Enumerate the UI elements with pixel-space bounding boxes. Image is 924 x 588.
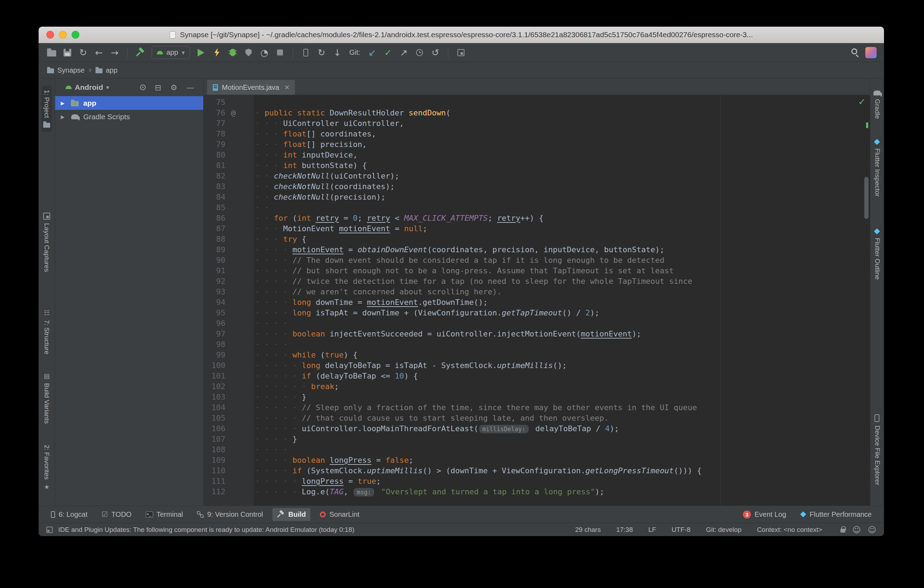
search-everywhere-icon[interactable] <box>848 46 862 59</box>
line-number[interactable]: 102 <box>204 381 225 392</box>
line-number[interactable]: 97 <box>204 329 225 339</box>
tree-item-gradle-scripts[interactable]: ▶Gradle Scripts <box>55 110 203 124</box>
breadcrumb-item-synapse[interactable]: Synapse <box>47 66 84 74</box>
status-message[interactable]: IDE and Plugin Updates: The following co… <box>58 526 355 534</box>
code-line[interactable]: · · for (int retry = 0; retry < MAX_CLIC… <box>255 213 870 224</box>
line-number[interactable]: 94 <box>204 297 225 308</box>
tool-button-project[interactable]: 1: Project <box>41 86 52 132</box>
build-hammer-icon[interactable] <box>134 46 147 59</box>
code-line[interactable]: · · · · · // that could cause us to star… <box>255 413 870 423</box>
line-number[interactable]: 101 <box>204 371 225 381</box>
tool-button-event-log[interactable]: 3Event Log <box>738 508 790 521</box>
git-push-icon[interactable]: ↗ <box>397 46 411 59</box>
tool-button-build-variants[interactable]: ▤Build Variants <box>41 368 52 428</box>
line-number[interactable]: 86 <box>204 213 225 224</box>
code-line[interactable]: · · · · · Log.e(TAG, msg: "Overslept and… <box>255 487 870 497</box>
git-rollback-icon[interactable]: ↺ <box>429 46 442 59</box>
run-configuration-select[interactable]: app▾ <box>152 46 190 59</box>
debug-icon[interactable] <box>226 46 239 59</box>
tool-button-build[interactable]: Build <box>272 508 310 521</box>
settings-gear-button[interactable]: ⚙ <box>170 83 177 92</box>
code-line[interactable]: · · · int inputDevice, <box>255 150 870 160</box>
code-line[interactable]: · · · · · long delayToBeTap = isTapAt - … <box>255 360 870 371</box>
tool-button-device-file-explorer[interactable]: Device File Explorer <box>872 410 883 489</box>
code-line[interactable]: · · · · // The down event should be cons… <box>255 255 870 265</box>
line-number[interactable]: 85 <box>204 203 225 213</box>
code-line[interactable]: · · · · <box>255 318 870 329</box>
line-number[interactable]: 107 <box>204 434 225 445</box>
line-number[interactable]: 89 <box>204 245 225 255</box>
breadcrumb-item-app[interactable]: app <box>96 66 117 74</box>
line-number[interactable]: 88 <box>204 234 225 245</box>
code-line[interactable]: · · · int buttonState) { <box>255 160 870 171</box>
code-line[interactable]: · · · · <box>255 339 870 350</box>
line-number[interactable]: 98 <box>204 339 225 350</box>
tool-button-gradle[interactable]: Gradle <box>872 86 883 123</box>
device-manager-icon[interactable] <box>299 46 312 59</box>
line-number[interactable]: 100 <box>204 360 225 371</box>
tool-button-sonarlint[interactable]: SonarLint <box>315 508 364 521</box>
status-context[interactable]: Context: <no context> <box>757 526 822 534</box>
sdk-manager-icon[interactable]: ↓ <box>331 46 344 59</box>
zoom-window-button[interactable] <box>72 31 79 39</box>
tool-button-flutter-performance[interactable]: Flutter Performance <box>795 508 876 521</box>
layout-inspector-icon[interactable] <box>454 46 468 59</box>
line-number[interactable]: 87 <box>204 224 225 234</box>
line-number[interactable]: 81 <box>204 160 225 171</box>
line-number[interactable]: 83 <box>204 181 225 192</box>
code-line[interactable]: · · · UiController uiController, <box>255 118 870 129</box>
code-line[interactable]: · · checkNotNull(coordinates); <box>255 181 870 192</box>
line-number[interactable]: 105 <box>204 413 225 423</box>
minimize-window-button[interactable] <box>59 31 67 39</box>
tool-button-version-control[interactable]: 9: Version Control <box>192 508 267 521</box>
git-history-icon[interactable] <box>413 46 426 59</box>
code-line[interactable]: · · · · long isTapAt = downTime + (ViewC… <box>255 308 870 318</box>
line-number[interactable]: 103 <box>204 392 225 402</box>
code-line[interactable]: · · · · } <box>255 434 870 445</box>
tool-button-flutter-outline[interactable]: Flutter Outline <box>872 224 883 284</box>
stop-icon[interactable] <box>274 46 287 59</box>
memory-indicator-icon[interactable]: ☺ <box>868 525 876 534</box>
code-line[interactable]: · · · float[] coordinates, <box>255 129 870 139</box>
code-area[interactable]: · public static DownResultHolder sendDow… <box>254 95 870 506</box>
line-number[interactable]: 109 <box>204 455 225 466</box>
tool-button-logcat[interactable]: 6: Logcat <box>46 508 92 521</box>
line-number[interactable]: 80 <box>204 150 225 160</box>
close-tab-icon[interactable]: × <box>284 83 289 92</box>
project-view-selector[interactable]: Android <box>75 83 103 92</box>
editor-body[interactable]: 7576@77787980818283848586878889909192939… <box>204 95 870 506</box>
line-number[interactable]: 96 <box>204 318 225 329</box>
run-icon[interactable] <box>195 46 208 59</box>
code-line[interactable]: · · · · if (SystemClock.uptimeMillis() >… <box>255 466 870 476</box>
code-line[interactable]: · · checkNotNull(uiController); <box>255 171 870 181</box>
code-line[interactable]: · · <box>255 203 870 213</box>
line-number[interactable]: 82 <box>204 171 225 181</box>
tool-button-structure[interactable]: ☷7: Structure <box>41 305 52 359</box>
code-line[interactable]: · · · · <box>255 445 870 455</box>
code-line[interactable]: · · · · // twice the detection time for … <box>255 276 870 287</box>
inspections-ok-icon[interactable]: ✓ <box>858 97 866 107</box>
line-number[interactable]: 92 <box>204 276 225 287</box>
code-line[interactable]: · · · · motionEvent = obtainDownEvent(co… <box>255 245 870 255</box>
code-line[interactable]: · · · · boolean longPress = false; <box>255 455 870 466</box>
code-line[interactable]: · · · · long downTime = motionEvent.getD… <box>255 297 870 308</box>
code-line[interactable]: · · · · · · break; <box>255 381 870 392</box>
close-window-button[interactable] <box>46 31 54 39</box>
locate-file-button[interactable] <box>140 84 146 90</box>
profile-avatar[interactable] <box>864 46 878 59</box>
line-number[interactable]: 93 <box>204 287 225 297</box>
code-line[interactable] <box>255 97 870 108</box>
tool-button-favorites[interactable]: 2: Favorites★ <box>41 441 52 495</box>
line-number[interactable]: 99 <box>204 350 225 360</box>
save-all-icon[interactable] <box>61 46 74 59</box>
line-number[interactable]: 112 <box>204 487 225 497</box>
status-line-ending[interactable]: LF <box>648 526 656 534</box>
line-number[interactable]: 77 <box>204 118 225 129</box>
line-number[interactable]: 91 <box>204 265 225 276</box>
code-line[interactable]: · · · try { <box>255 234 870 245</box>
code-line[interactable]: · · · float[] precision, <box>255 139 870 150</box>
highlighting-level-icon[interactable]: ☺ <box>852 525 861 534</box>
line-number[interactable]: 90 <box>204 255 225 265</box>
line-number[interactable]: 104 <box>204 402 225 413</box>
tab-motionevents-java[interactable]: MotionEvents.java × <box>207 80 295 95</box>
